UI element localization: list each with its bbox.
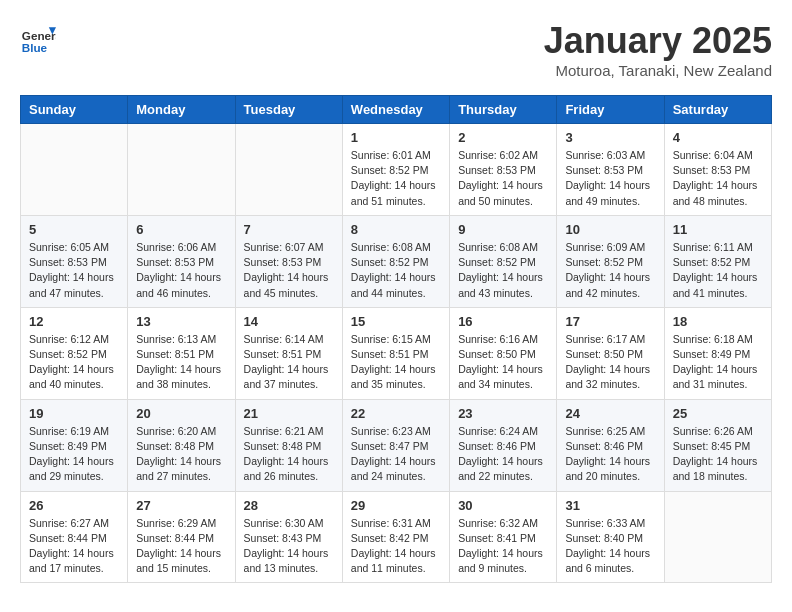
week-row-4: 19Sunrise: 6:19 AMSunset: 8:49 PMDayligh… — [21, 399, 772, 491]
cell-day-number: 7 — [244, 222, 334, 237]
cell-day-number: 18 — [673, 314, 763, 329]
calendar-cell: 14Sunrise: 6:14 AMSunset: 8:51 PMDayligh… — [235, 307, 342, 399]
cell-info: Sunrise: 6:01 AMSunset: 8:52 PMDaylight:… — [351, 148, 441, 209]
cell-info: Sunrise: 6:33 AMSunset: 8:40 PMDaylight:… — [565, 516, 655, 577]
cell-day-number: 28 — [244, 498, 334, 513]
cell-info: Sunrise: 6:23 AMSunset: 8:47 PMDaylight:… — [351, 424, 441, 485]
cell-info: Sunrise: 6:24 AMSunset: 8:46 PMDaylight:… — [458, 424, 548, 485]
cell-day-number: 30 — [458, 498, 548, 513]
cell-info: Sunrise: 6:12 AMSunset: 8:52 PMDaylight:… — [29, 332, 119, 393]
day-header-sunday: Sunday — [21, 96, 128, 124]
calendar-cell: 18Sunrise: 6:18 AMSunset: 8:49 PMDayligh… — [664, 307, 771, 399]
calendar-cell — [21, 124, 128, 216]
calendar-cell: 20Sunrise: 6:20 AMSunset: 8:48 PMDayligh… — [128, 399, 235, 491]
cell-day-number: 24 — [565, 406, 655, 421]
calendar-cell: 16Sunrise: 6:16 AMSunset: 8:50 PMDayligh… — [450, 307, 557, 399]
cell-day-number: 2 — [458, 130, 548, 145]
day-header-tuesday: Tuesday — [235, 96, 342, 124]
cell-info: Sunrise: 6:21 AMSunset: 8:48 PMDaylight:… — [244, 424, 334, 485]
cell-info: Sunrise: 6:16 AMSunset: 8:50 PMDaylight:… — [458, 332, 548, 393]
week-row-5: 26Sunrise: 6:27 AMSunset: 8:44 PMDayligh… — [21, 491, 772, 583]
cell-day-number: 31 — [565, 498, 655, 513]
cell-day-number: 19 — [29, 406, 119, 421]
title-block: January 2025 Moturoa, Taranaki, New Zeal… — [544, 20, 772, 79]
calendar-table: SundayMondayTuesdayWednesdayThursdayFrid… — [20, 95, 772, 583]
calendar-cell — [664, 491, 771, 583]
cell-info: Sunrise: 6:18 AMSunset: 8:49 PMDaylight:… — [673, 332, 763, 393]
cell-info: Sunrise: 6:31 AMSunset: 8:42 PMDaylight:… — [351, 516, 441, 577]
calendar-cell — [128, 124, 235, 216]
calendar-cell: 7Sunrise: 6:07 AMSunset: 8:53 PMDaylight… — [235, 215, 342, 307]
calendar-cell: 31Sunrise: 6:33 AMSunset: 8:40 PMDayligh… — [557, 491, 664, 583]
cell-info: Sunrise: 6:17 AMSunset: 8:50 PMDaylight:… — [565, 332, 655, 393]
cell-info: Sunrise: 6:05 AMSunset: 8:53 PMDaylight:… — [29, 240, 119, 301]
day-header-wednesday: Wednesday — [342, 96, 449, 124]
logo: General Blue — [20, 20, 56, 56]
cell-day-number: 16 — [458, 314, 548, 329]
cell-info: Sunrise: 6:26 AMSunset: 8:45 PMDaylight:… — [673, 424, 763, 485]
cell-info: Sunrise: 6:15 AMSunset: 8:51 PMDaylight:… — [351, 332, 441, 393]
cell-info: Sunrise: 6:08 AMSunset: 8:52 PMDaylight:… — [351, 240, 441, 301]
calendar-cell: 2Sunrise: 6:02 AMSunset: 8:53 PMDaylight… — [450, 124, 557, 216]
calendar-cell: 4Sunrise: 6:04 AMSunset: 8:53 PMDaylight… — [664, 124, 771, 216]
calendar-cell: 29Sunrise: 6:31 AMSunset: 8:42 PMDayligh… — [342, 491, 449, 583]
calendar-cell: 6Sunrise: 6:06 AMSunset: 8:53 PMDaylight… — [128, 215, 235, 307]
cell-info: Sunrise: 6:13 AMSunset: 8:51 PMDaylight:… — [136, 332, 226, 393]
cell-info: Sunrise: 6:32 AMSunset: 8:41 PMDaylight:… — [458, 516, 548, 577]
calendar-cell: 19Sunrise: 6:19 AMSunset: 8:49 PMDayligh… — [21, 399, 128, 491]
cell-info: Sunrise: 6:25 AMSunset: 8:46 PMDaylight:… — [565, 424, 655, 485]
cell-day-number: 21 — [244, 406, 334, 421]
cell-day-number: 20 — [136, 406, 226, 421]
calendar-cell: 12Sunrise: 6:12 AMSunset: 8:52 PMDayligh… — [21, 307, 128, 399]
page-header: General Blue January 2025 Moturoa, Taran… — [20, 20, 772, 79]
calendar-cell: 13Sunrise: 6:13 AMSunset: 8:51 PMDayligh… — [128, 307, 235, 399]
cell-day-number: 4 — [673, 130, 763, 145]
calendar-cell: 11Sunrise: 6:11 AMSunset: 8:52 PMDayligh… — [664, 215, 771, 307]
cell-day-number: 11 — [673, 222, 763, 237]
cell-day-number: 5 — [29, 222, 119, 237]
cell-day-number: 1 — [351, 130, 441, 145]
cell-day-number: 25 — [673, 406, 763, 421]
calendar-cell: 1Sunrise: 6:01 AMSunset: 8:52 PMDaylight… — [342, 124, 449, 216]
cell-day-number: 27 — [136, 498, 226, 513]
day-header-saturday: Saturday — [664, 96, 771, 124]
calendar-cell: 28Sunrise: 6:30 AMSunset: 8:43 PMDayligh… — [235, 491, 342, 583]
day-header-friday: Friday — [557, 96, 664, 124]
cell-day-number: 13 — [136, 314, 226, 329]
cell-day-number: 12 — [29, 314, 119, 329]
cell-day-number: 8 — [351, 222, 441, 237]
calendar-header: SundayMondayTuesdayWednesdayThursdayFrid… — [21, 96, 772, 124]
cell-info: Sunrise: 6:27 AMSunset: 8:44 PMDaylight:… — [29, 516, 119, 577]
cell-info: Sunrise: 6:08 AMSunset: 8:52 PMDaylight:… — [458, 240, 548, 301]
calendar-cell: 30Sunrise: 6:32 AMSunset: 8:41 PMDayligh… — [450, 491, 557, 583]
calendar-cell: 5Sunrise: 6:05 AMSunset: 8:53 PMDaylight… — [21, 215, 128, 307]
cell-info: Sunrise: 6:02 AMSunset: 8:53 PMDaylight:… — [458, 148, 548, 209]
calendar-cell: 21Sunrise: 6:21 AMSunset: 8:48 PMDayligh… — [235, 399, 342, 491]
calendar-cell: 8Sunrise: 6:08 AMSunset: 8:52 PMDaylight… — [342, 215, 449, 307]
month-title: January 2025 — [544, 20, 772, 62]
cell-day-number: 17 — [565, 314, 655, 329]
cell-day-number: 29 — [351, 498, 441, 513]
cell-info: Sunrise: 6:11 AMSunset: 8:52 PMDaylight:… — [673, 240, 763, 301]
svg-text:Blue: Blue — [22, 41, 48, 54]
calendar-body: 1Sunrise: 6:01 AMSunset: 8:52 PMDaylight… — [21, 124, 772, 583]
week-row-1: 1Sunrise: 6:01 AMSunset: 8:52 PMDaylight… — [21, 124, 772, 216]
calendar-cell: 10Sunrise: 6:09 AMSunset: 8:52 PMDayligh… — [557, 215, 664, 307]
cell-day-number: 10 — [565, 222, 655, 237]
cell-info: Sunrise: 6:20 AMSunset: 8:48 PMDaylight:… — [136, 424, 226, 485]
day-header-monday: Monday — [128, 96, 235, 124]
calendar-cell: 25Sunrise: 6:26 AMSunset: 8:45 PMDayligh… — [664, 399, 771, 491]
cell-day-number: 22 — [351, 406, 441, 421]
cell-day-number: 14 — [244, 314, 334, 329]
cell-info: Sunrise: 6:04 AMSunset: 8:53 PMDaylight:… — [673, 148, 763, 209]
header-row: SundayMondayTuesdayWednesdayThursdayFrid… — [21, 96, 772, 124]
calendar-cell: 23Sunrise: 6:24 AMSunset: 8:46 PMDayligh… — [450, 399, 557, 491]
cell-info: Sunrise: 6:14 AMSunset: 8:51 PMDaylight:… — [244, 332, 334, 393]
calendar-cell: 24Sunrise: 6:25 AMSunset: 8:46 PMDayligh… — [557, 399, 664, 491]
cell-info: Sunrise: 6:19 AMSunset: 8:49 PMDaylight:… — [29, 424, 119, 485]
calendar-cell: 17Sunrise: 6:17 AMSunset: 8:50 PMDayligh… — [557, 307, 664, 399]
cell-day-number: 3 — [565, 130, 655, 145]
cell-day-number: 9 — [458, 222, 548, 237]
cell-info: Sunrise: 6:29 AMSunset: 8:44 PMDaylight:… — [136, 516, 226, 577]
calendar-cell: 26Sunrise: 6:27 AMSunset: 8:44 PMDayligh… — [21, 491, 128, 583]
